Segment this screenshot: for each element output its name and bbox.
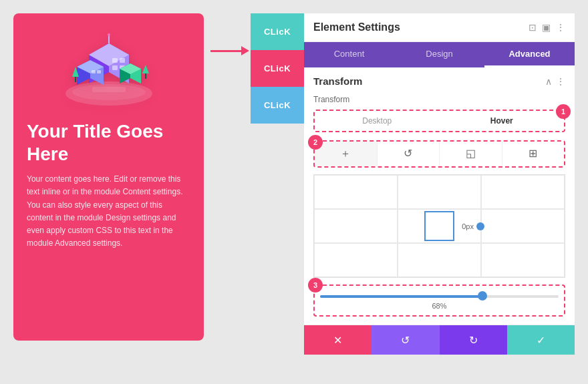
slider-track[interactable] [320, 295, 559, 298]
canvas-cell-bl [314, 243, 398, 277]
arrow-container [204, 13, 251, 52]
hover-option[interactable]: Hover [440, 111, 565, 131]
card-text: Your content goes here. Edit or remove t… [27, 173, 190, 250]
redo-footer-btn[interactable]: ↻ [440, 325, 507, 355]
tab-design[interactable]: Design [394, 42, 484, 67]
canvas-cell-mc: 0px [398, 209, 481, 243]
panel-icons: ⊡ ▣ ⋮ [529, 22, 565, 33]
transform-box [424, 211, 454, 241]
canvas-cell-mr [481, 209, 565, 243]
svg-rect-5 [120, 58, 125, 63]
transform-sublabel: Transform [313, 95, 565, 104]
slider-fill [320, 295, 482, 298]
expand-icon[interactable]: ⊡ [529, 22, 537, 33]
desktop-option[interactable]: Desktop [315, 111, 440, 131]
canvas-cell-tr [481, 175, 565, 209]
confirm-footer-btn[interactable]: ✓ [507, 325, 575, 355]
columns-icon[interactable]: ▣ [542, 22, 551, 33]
panel-header: Element Settings ⊡ ▣ ⋮ [304, 13, 575, 42]
badge-3: 3 [308, 278, 323, 293]
transform-section: Transform ∧ ⋮ Transform Desktop Hover 1 [304, 67, 575, 325]
svg-rect-19 [92, 87, 126, 92]
svg-point-17 [108, 33, 110, 36]
panel-footer: ✕ ↺ ↻ ✓ [304, 325, 575, 355]
preview-card: Your Title Goes Here Your content goes h… [13, 13, 204, 341]
card-title: Your Title Goes Here [27, 120, 190, 165]
panel-title: Element Settings [313, 21, 400, 33]
canvas-cell-tl [314, 175, 398, 209]
translate-btn[interactable]: ＋ [315, 142, 378, 166]
right-section: CLicK CLicK CLicK Element Settings ⊡ ▣ ⋮… [251, 13, 575, 355]
canvas-cell-br [481, 243, 565, 277]
card-illustration [27, 27, 190, 114]
skew-btn[interactable]: ◱ [440, 142, 502, 166]
slider-wrap: 68% 3 [313, 284, 565, 317]
badge-2: 2 [308, 135, 323, 150]
transform-types-wrap: ＋ ↺ ◱ ⊞ 2 [313, 140, 565, 168]
undo-footer-btn[interactable]: ↺ [372, 325, 439, 355]
arrow-right-icon [210, 50, 244, 52]
dot-indicator [476, 222, 484, 230]
svg-marker-22 [142, 65, 149, 73]
device-toggle: Desktop Hover [313, 110, 565, 132]
click-buttons: CLicK CLicK CLicK [251, 13, 304, 124]
click-button-2[interactable]: CLicK [251, 50, 304, 87]
section-header: Transform ∧ ⋮ [313, 75, 565, 87]
main-container: Your Title Goes Here Your content goes h… [0, 0, 588, 384]
value-label: 0px [462, 222, 474, 230]
slider-thumb[interactable] [478, 291, 487, 301]
section-title: Transform [313, 75, 362, 87]
svg-rect-12 [97, 70, 101, 73]
badge-1: 1 [556, 104, 571, 119]
collapse-icon[interactable]: ∧ [545, 76, 552, 87]
canvas-cell-tc [398, 175, 481, 209]
canvas-cell-bc [398, 243, 481, 277]
isometric-city-icon [55, 30, 162, 110]
svg-rect-23 [145, 73, 146, 79]
section-controls: ∧ ⋮ [545, 76, 565, 87]
svg-rect-11 [92, 70, 96, 73]
svg-rect-21 [75, 77, 76, 82]
close-footer-btn[interactable]: ✕ [304, 325, 372, 355]
settings-panel: Element Settings ⊡ ▣ ⋮ Content Design Ad… [304, 13, 575, 355]
click-button-1[interactable]: CLicK [251, 13, 304, 50]
section-more-icon[interactable]: ⋮ [556, 76, 565, 87]
slider-value: 68% [320, 302, 559, 310]
canvas-cell-ml [314, 209, 398, 243]
transform-canvas-wrap: 0px [313, 174, 565, 278]
slider-container: 68% [313, 284, 565, 317]
svg-rect-6 [112, 65, 118, 70]
scale-btn[interactable]: ⊞ [502, 142, 565, 166]
rotate-btn[interactable]: ↺ [378, 142, 440, 166]
more-icon[interactable]: ⋮ [556, 22, 565, 33]
transform-canvas: 0px [313, 174, 565, 278]
svg-rect-4 [112, 58, 118, 63]
tab-advanced[interactable]: Advanced [484, 42, 575, 67]
click-button-3[interactable]: CLicK [251, 87, 304, 124]
tab-content[interactable]: Content [304, 42, 394, 67]
panel-tabs: Content Design Advanced [304, 42, 575, 67]
transform-types: ＋ ↺ ◱ ⊞ [313, 140, 565, 168]
